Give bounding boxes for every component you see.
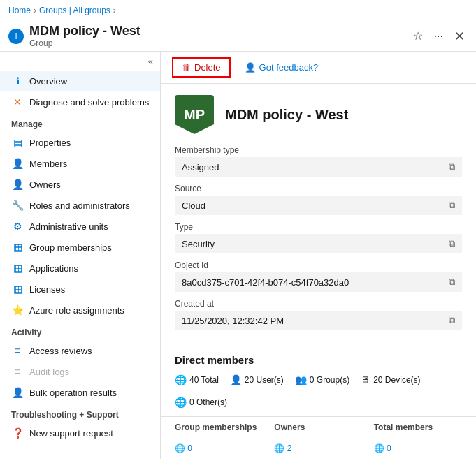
prop-source: Source Cloud ⧉ (175, 184, 462, 215)
audit-logs-icon: ≡ (11, 366, 24, 377)
direct-members-title: Direct members (161, 348, 476, 372)
prop-object-id: Object Id 8a0cd375-c701-42f4-b074-c54f70… (175, 260, 462, 292)
sidebar-collapse-button[interactable]: « (148, 56, 153, 66)
sidebar-item-new-support[interactable]: ❓ New support request (0, 422, 160, 443)
sidebar-item-owners[interactable]: 👤 Owners (0, 174, 160, 195)
prop-label-type: Type (175, 222, 462, 232)
properties-icon: ▤ (11, 137, 24, 148)
prop-val-created-at: 11/25/2020, 12:32:42 PM (182, 316, 443, 326)
copy-created-at-icon[interactable]: ⧉ (449, 315, 455, 326)
prop-value-source: Cloud ⧉ (175, 196, 462, 215)
stat-groups: 👥 0 Group(s) (295, 374, 349, 385)
entity-header: MP MDM policy - West (161, 84, 476, 145)
access-reviews-icon: ≡ (11, 345, 24, 356)
bulk-operations-icon: 👤 (11, 387, 24, 398)
members-icon: 👤 (11, 158, 24, 169)
cell-owners: 🌐 2 (274, 443, 362, 453)
prop-label-source: Source (175, 184, 462, 193)
table-header: Group memberships Owners Total members (161, 416, 476, 438)
group-memberships-icon: ▦ (11, 242, 24, 253)
troubleshooting-section-label: Troubleshooting + Support (0, 403, 160, 422)
prop-label-object-id: Object Id (175, 260, 462, 270)
sidebar-label-admin-units: Administrative units (29, 221, 108, 232)
sidebar-label-bulk-operations: Bulk operation results (29, 388, 117, 398)
pin-icon[interactable]: ☆ (410, 27, 426, 45)
stat-groups-value: 0 Group(s) (310, 375, 349, 385)
prop-created-at: Created at 11/25/2020, 12:32:42 PM ⧉ (175, 299, 462, 330)
feedback-icon: 👤 (245, 62, 256, 73)
diagnose-icon: ✕ (11, 96, 24, 108)
header-actions: ☆ ··· ✕ (410, 26, 468, 47)
admin-units-icon: ⚙ (11, 221, 24, 232)
azure-roles-icon: ⭐ (11, 304, 24, 316)
content-area: 🗑 Delete 👤 Got feedback? MP MDM policy -… (161, 52, 476, 459)
breadcrumb: Home › Groups | All groups › (0, 0, 476, 21)
sidebar-label-overview: Overview (29, 76, 67, 87)
owners-icon: 👤 (11, 179, 24, 190)
stat-others: 🌐 0 Other(s) (175, 397, 227, 408)
sidebar-label-new-support: New support request (29, 428, 113, 439)
sidebar-item-diagnose[interactable]: ✕ Diagnose and solve problems (0, 91, 160, 112)
sidebar-item-applications[interactable]: ▦ Applications (0, 258, 160, 279)
sidebar-label-owners: Owners (29, 179, 61, 190)
copy-membership-type-icon[interactable]: ⧉ (449, 161, 455, 172)
sidebar-label-members: Members (29, 159, 67, 169)
delete-button[interactable]: 🗑 Delete (172, 57, 231, 78)
main-layout: « ℹ Overview ✕ Diagnose and solve proble… (0, 52, 476, 459)
sidebar-item-members[interactable]: 👤 Members (0, 153, 160, 174)
feedback-label: Got feedback? (259, 62, 319, 73)
cell-total-members: 🌐 0 (374, 443, 462, 453)
members-stats: 🌐 40 Total 👤 20 User(s) 👥 0 Group(s) 🖥 2… (161, 372, 476, 416)
breadcrumb-home[interactable]: Home (8, 6, 31, 15)
sidebar: « ℹ Overview ✕ Diagnose and solve proble… (0, 52, 161, 459)
avatar: MP (175, 95, 214, 134)
breadcrumb-groups[interactable]: Groups | All groups (39, 6, 110, 15)
header-title-block: MDM policy - West Group (29, 24, 405, 48)
sidebar-item-licenses[interactable]: ▦ Licenses (0, 279, 160, 300)
copy-type-icon[interactable]: ⧉ (449, 238, 455, 249)
sidebar-item-admin-units[interactable]: ⚙ Administrative units (0, 216, 160, 237)
prop-type: Type Security ⧉ (175, 222, 462, 253)
prop-value-object-id: 8a0cd375-c701-42f4-b074-c54f70a32da0 ⧉ (175, 272, 462, 292)
sidebar-item-properties[interactable]: ▤ Properties (0, 132, 160, 153)
toolbar: 🗑 Delete 👤 Got feedback? (161, 52, 476, 84)
th-group-memberships: Group memberships (175, 422, 263, 432)
delete-icon: 🗑 (182, 62, 191, 73)
properties-section: Membership type Assigned ⧉ Source Cloud … (161, 145, 476, 348)
applications-icon: ▦ (11, 263, 24, 274)
sidebar-item-overview[interactable]: ℹ Overview (0, 71, 160, 91)
header-icon: i (8, 29, 24, 44)
sidebar-item-azure-roles[interactable]: ⭐ Azure role assignments (0, 300, 160, 321)
stat-devices-value: 20 Device(s) (373, 375, 420, 385)
page-header: i MDM policy - West Group ☆ ··· ✕ (0, 21, 476, 52)
sidebar-item-bulk-operations[interactable]: 👤 Bulk operation results (0, 382, 160, 403)
prop-value-type: Security ⧉ (175, 234, 462, 253)
prop-label-created-at: Created at (175, 299, 462, 309)
more-options-icon[interactable]: ··· (431, 27, 446, 45)
copy-source-icon[interactable]: ⧉ (449, 200, 455, 211)
th-total-members: Total members (374, 422, 462, 432)
cell-group-memberships: 🌐 0 (175, 443, 263, 453)
sidebar-item-group-memberships[interactable]: ▦ Group memberships (0, 237, 160, 258)
prop-membership-type: Membership type Assigned ⧉ (175, 145, 462, 177)
feedback-button[interactable]: 👤 Got feedback? (239, 59, 324, 76)
prop-val-object-id: 8a0cd375-c701-42f4-b074-c54f70a32da0 (182, 277, 443, 288)
entity-name: MDM policy - West (225, 107, 348, 123)
others-icon: 🌐 (175, 397, 187, 408)
close-icon[interactable]: ✕ (452, 26, 468, 47)
sidebar-label-licenses: Licenses (29, 284, 65, 295)
users-icon: 👤 (230, 374, 242, 385)
sidebar-label-roles: Roles and administrators (29, 200, 130, 211)
copy-object-id-icon[interactable]: ⧉ (449, 277, 455, 288)
breadcrumb-sep2: › (113, 6, 116, 15)
sidebar-label-applications: Applications (29, 263, 78, 274)
sidebar-item-audit-logs[interactable]: ≡ Audit logs (0, 361, 160, 382)
sidebar-item-roles[interactable]: 🔧 Roles and administrators (0, 195, 160, 216)
breadcrumb-sep1: › (34, 6, 36, 15)
sidebar-label-audit-logs: Audit logs (29, 367, 69, 377)
sidebar-item-access-reviews[interactable]: ≡ Access reviews (0, 340, 160, 361)
sidebar-label-azure-roles: Azure role assignments (29, 305, 124, 316)
roles-icon: 🔧 (11, 200, 24, 211)
licenses-icon: ▦ (11, 284, 24, 295)
devices-icon: 🖥 (361, 374, 370, 385)
